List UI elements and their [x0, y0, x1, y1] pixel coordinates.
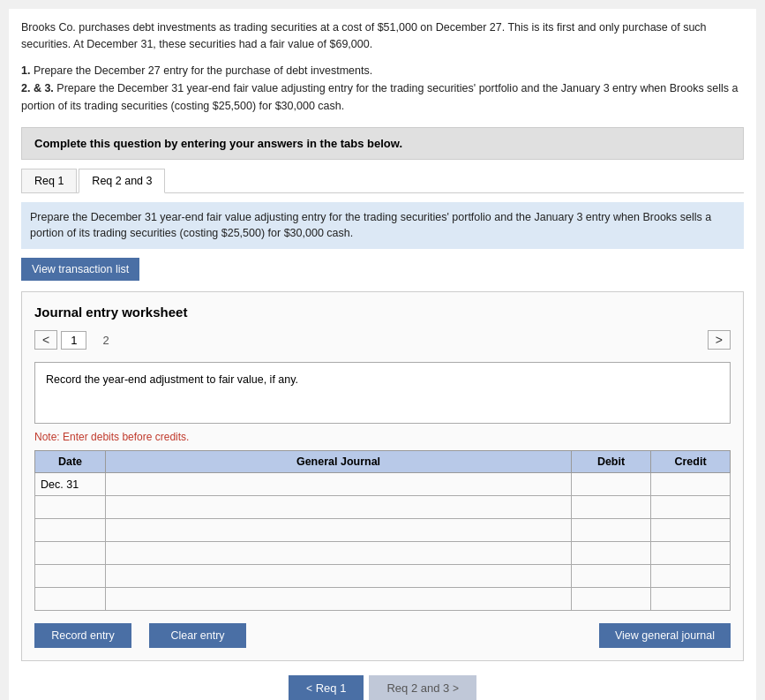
debit-cell-5[interactable]: [572, 588, 651, 611]
journal-table: Date General Journal Debit Credit Dec. 3…: [34, 450, 731, 611]
credit-cell-0[interactable]: [651, 473, 731, 496]
journal-cell-5[interactable]: [106, 588, 572, 611]
bottom-nav: < Req 1 Req 2 and 3 >: [21, 675, 744, 700]
journal-input-1[interactable]: [106, 496, 571, 518]
table-row: [35, 496, 731, 519]
credit-input-2[interactable]: [651, 519, 730, 541]
debit-input-3[interactable]: [572, 542, 650, 564]
label-23: 2. & 3.: [21, 82, 54, 94]
bottom-prev-label: Req 1: [316, 681, 347, 695]
credit-input-1[interactable]: [651, 496, 730, 518]
debit-cell-2[interactable]: [572, 519, 651, 542]
date-cell-3: [35, 542, 106, 565]
debit-input-1[interactable]: [572, 496, 650, 518]
debit-input-2[interactable]: [572, 519, 650, 541]
note-text: Note: Enter debits before credits.: [34, 431, 731, 443]
journal-cell-1[interactable]: [106, 496, 572, 519]
action-row: Record entry Clear entry View general jo…: [34, 623, 731, 648]
header-date: Date: [35, 451, 106, 473]
date-cell-5: [35, 588, 106, 611]
header-credit: Credit: [651, 451, 731, 473]
credit-input-4[interactable]: [651, 565, 730, 587]
credit-cell-4[interactable]: [651, 565, 731, 588]
credit-cell-3[interactable]: [651, 542, 731, 565]
complete-banner: Complete this question by entering your …: [21, 127, 744, 160]
date-cell-4: [35, 565, 106, 588]
complete-banner-text: Complete this question by entering your …: [34, 137, 402, 150]
header-general-journal: General Journal: [106, 451, 572, 473]
label-1: 1.: [21, 64, 30, 77]
credit-cell-5[interactable]: [651, 588, 731, 611]
nav-row: < 1 2 >: [34, 330, 731, 350]
date-cell-1: [35, 496, 106, 519]
journal-input-5[interactable]: [106, 588, 571, 610]
view-transaction-button[interactable]: View transaction list: [21, 258, 139, 281]
table-row: [35, 565, 731, 588]
page-container: Brooks Co. purchases debt investments as…: [9, 9, 756, 700]
req-description: Prepare the December 31 year-end fair va…: [21, 202, 744, 250]
record-entry-button[interactable]: Record entry: [34, 623, 131, 648]
text-1: Prepare the December 27 entry for the pu…: [30, 64, 372, 77]
journal-input-3[interactable]: [106, 542, 571, 564]
prev-page-button[interactable]: <: [34, 330, 57, 350]
instruction-text: Record the year-end adjustment to fair v…: [46, 373, 298, 386]
page-number-2: 2: [94, 332, 117, 349]
debit-cell-4[interactable]: [572, 565, 651, 588]
debit-cell-1[interactable]: [572, 496, 651, 519]
next-chevron-icon: >: [453, 682, 459, 695]
table-row: [35, 588, 731, 611]
date-cell-0: Dec. 31: [35, 473, 106, 496]
journal-cell-0[interactable]: [106, 473, 572, 496]
header-debit: Debit: [572, 451, 651, 473]
table-row: Dec. 31: [35, 473, 731, 496]
credit-input-0[interactable]: [651, 473, 730, 495]
journal-input-4[interactable]: [106, 565, 571, 587]
debit-cell-0[interactable]: [572, 473, 651, 496]
table-row: [35, 519, 731, 542]
table-row: [35, 542, 731, 565]
journal-input-2[interactable]: [106, 519, 571, 541]
credit-cell-1[interactable]: [651, 496, 731, 519]
bottom-next-button[interactable]: Req 2 and 3 >: [369, 675, 476, 700]
clear-entry-button[interactable]: Clear entry: [149, 623, 246, 648]
bottom-prev-button[interactable]: < Req 1: [289, 675, 364, 700]
debit-input-0[interactable]: [572, 473, 650, 495]
tab-req2and3[interactable]: Req 2 and 3: [79, 169, 165, 193]
journal-input-0[interactable]: [106, 473, 571, 495]
view-general-journal-button[interactable]: View general journal: [599, 623, 731, 648]
debit-input-5[interactable]: [572, 588, 650, 610]
credit-input-3[interactable]: [651, 542, 730, 564]
prev-chevron-icon: <: [306, 682, 312, 695]
instruction-box: Record the year-end adjustment to fair v…: [34, 362, 731, 424]
next-page-button[interactable]: >: [708, 330, 731, 350]
debit-input-4[interactable]: [572, 565, 650, 587]
tab-req1[interactable]: Req 1: [21, 169, 77, 192]
bottom-next-label: Req 2 and 3: [386, 681, 452, 695]
numbered-instructions: 1. Prepare the December 27 entry for the…: [21, 62, 744, 115]
journal-cell-3[interactable]: [106, 542, 572, 565]
tabs-bar: Req 1 Req 2 and 3: [21, 169, 744, 193]
text-23: Prepare the December 31 year-end fair va…: [21, 82, 739, 112]
debit-cell-3[interactable]: [572, 542, 651, 565]
worksheet-container: Journal entry worksheet < 1 2 > Record t…: [21, 291, 744, 661]
date-cell-2: [35, 519, 106, 542]
journal-cell-4[interactable]: [106, 565, 572, 588]
credit-cell-2[interactable]: [651, 519, 731, 542]
credit-input-5[interactable]: [651, 588, 730, 610]
journal-cell-2[interactable]: [106, 519, 572, 542]
page-number-1: 1: [61, 331, 86, 350]
intro-paragraph1: Brooks Co. purchases debt investments as…: [21, 19, 744, 53]
worksheet-title: Journal entry worksheet: [34, 305, 731, 320]
